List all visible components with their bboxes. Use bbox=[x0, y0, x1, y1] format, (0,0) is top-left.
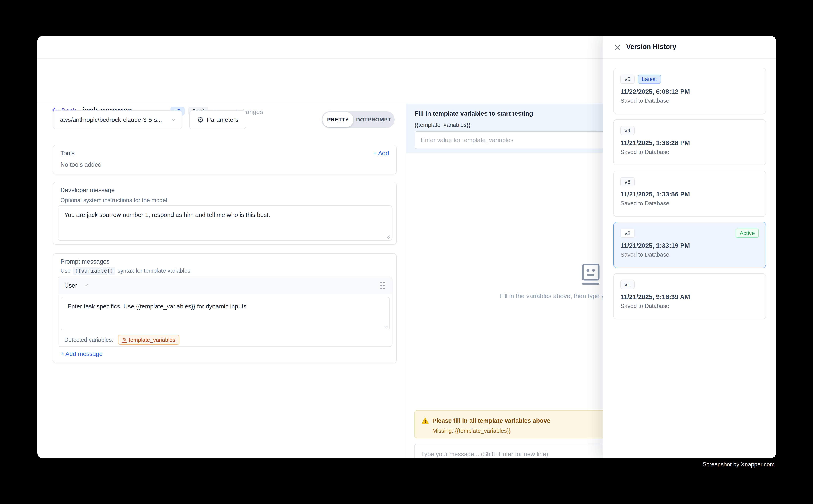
chevron-down-icon bbox=[83, 282, 89, 289]
latest-badge: Latest bbox=[638, 75, 661, 84]
detected-variables-label: Detected variables: bbox=[64, 337, 113, 343]
resize-handle-icon[interactable] bbox=[386, 235, 391, 239]
version-date: 11/21/2025, 1:33:56 PM bbox=[621, 191, 759, 198]
prompt-message-textarea[interactable]: Enter task specifics. Use {{template_var… bbox=[61, 297, 389, 330]
active-badge: Active bbox=[736, 229, 759, 238]
version-status: Saved to Database bbox=[621, 200, 759, 207]
view-mode-toggle: PRETTY DOTPROMPT bbox=[322, 111, 395, 128]
role-select-value: User bbox=[64, 282, 77, 289]
version-status: Saved to Database bbox=[621, 251, 759, 258]
warning-triangle-icon bbox=[421, 417, 429, 425]
version-number-badge: v5 bbox=[621, 75, 635, 84]
chevron-down-icon bbox=[170, 116, 176, 123]
model-select[interactable]: aws/anthropic/bedrock-claude-3-5-s... bbox=[53, 110, 182, 129]
version-history-header: Version History bbox=[603, 36, 776, 59]
prompt-messages-card: Prompt messages Use {{variable}} syntax … bbox=[53, 253, 397, 363]
close-icon[interactable] bbox=[614, 44, 621, 52]
version-status: Saved to Database bbox=[621, 149, 759, 155]
hint-prefix: Use bbox=[60, 268, 71, 274]
version-status: Saved to Database bbox=[621, 97, 759, 104]
drag-handle-icon[interactable] bbox=[380, 281, 385, 290]
parameters-button[interactable]: ⚙ Parameters bbox=[189, 110, 246, 129]
version-item-v3[interactable]: v3 11/21/2025, 1:33:56 PM Saved to Datab… bbox=[614, 171, 766, 217]
template-variable-label: {{template_variables}} bbox=[415, 122, 470, 128]
toggle-pretty[interactable]: PRETTY bbox=[322, 112, 354, 127]
version-number-badge: v4 bbox=[621, 126, 635, 135]
prompt-message-field-wrap: Enter task specifics. Use {{template_var… bbox=[61, 297, 390, 330]
version-item-v1[interactable]: v1 11/21/2025, 9:16:39 AM Saved to Datab… bbox=[614, 273, 766, 319]
version-item-v5[interactable]: v5Latest 11/22/2025, 6:08:12 PM Saved to… bbox=[614, 68, 766, 114]
version-date: 11/21/2025, 1:36:28 PM bbox=[621, 139, 759, 147]
parameters-label: Parameters bbox=[207, 116, 239, 123]
add-message-button[interactable]: + Add message bbox=[60, 350, 102, 357]
version-date: 11/21/2025, 1:33:19 PM bbox=[621, 242, 759, 249]
version-date: 11/21/2025, 9:16:39 AM bbox=[621, 293, 759, 301]
version-date: 11/22/2025, 6:08:12 PM bbox=[621, 88, 759, 95]
role-select[interactable]: User bbox=[64, 282, 89, 289]
developer-message-textarea[interactable]: You are jack sparrow number 1, respond a… bbox=[58, 206, 392, 240]
detected-variable-name: template_variables bbox=[129, 337, 175, 343]
version-history-panel: Version History v5Latest 11/22/2025, 6:0… bbox=[603, 36, 776, 458]
prompt-messages-hint: Use {{variable}} syntax for template var… bbox=[60, 267, 190, 275]
version-item-v4[interactable]: v4 11/21/2025, 1:36:28 PM Saved to Datab… bbox=[614, 119, 766, 165]
developer-message-field-wrap: You are jack sparrow number 1, respond a… bbox=[58, 205, 392, 241]
warning-title: Please fill in all template variables ab… bbox=[432, 417, 550, 424]
app-window: Back jack-sparrow v2 Draft Unsaved chang… bbox=[37, 36, 776, 458]
model-select-value: aws/anthropic/bedrock-claude-3-5-s... bbox=[60, 116, 170, 123]
version-number-badge: v3 bbox=[621, 177, 635, 186]
version-history-title: Version History bbox=[626, 43, 676, 51]
add-tool-button[interactable]: + Add bbox=[373, 150, 389, 157]
pencil-icon: ✎ bbox=[122, 337, 126, 343]
tools-card: Tools + Add No tools added bbox=[53, 145, 397, 174]
message-role-header: User bbox=[58, 277, 392, 294]
watermark-text: Screenshot by Xnapper.com bbox=[703, 461, 775, 468]
developer-message-label: Developer message bbox=[60, 187, 115, 194]
hint-suffix: syntax for template variables bbox=[117, 268, 190, 274]
tools-label: Tools bbox=[60, 150, 75, 157]
version-number-badge: v1 bbox=[621, 280, 635, 289]
template-variables-title: Fill in template variables to start test… bbox=[415, 110, 533, 117]
detected-variables-row: Detected variables: ✎ template_variables bbox=[64, 335, 179, 345]
resize-handle-icon[interactable] bbox=[384, 324, 388, 329]
prompt-messages-label: Prompt messages bbox=[60, 258, 109, 265]
developer-message-hint: Optional system instructions for the mod… bbox=[60, 197, 167, 204]
version-item-v2[interactable]: v2 Active 11/21/2025, 1:33:19 PM Saved t… bbox=[614, 222, 766, 268]
warning-missing-text: Missing: {{template_variables}} bbox=[432, 428, 511, 434]
version-number-badge: v2 bbox=[621, 229, 635, 238]
developer-message-card: Developer message Optional system instru… bbox=[53, 182, 397, 245]
detected-variable-chip[interactable]: ✎ template_variables bbox=[118, 335, 179, 345]
variable-syntax-chip: {{variable}} bbox=[73, 267, 115, 275]
prompt-message-block: User Enter task specifics. Use {{templat… bbox=[58, 277, 392, 347]
bot-face-icon bbox=[582, 264, 599, 287]
gear-icon: ⚙ bbox=[197, 116, 204, 124]
toggle-dotprompt[interactable]: DOTPROMPT bbox=[354, 112, 394, 127]
version-status: Saved to Database bbox=[621, 303, 759, 309]
tools-empty-text: No tools added bbox=[60, 161, 101, 168]
version-list: v5Latest 11/22/2025, 6:08:12 PM Saved to… bbox=[614, 68, 766, 325]
